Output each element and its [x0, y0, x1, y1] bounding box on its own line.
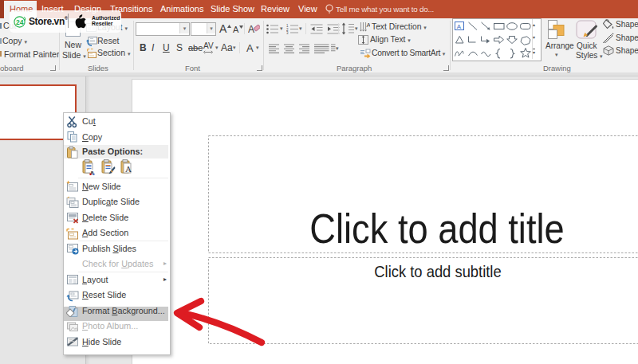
svg-text:A: A [248, 24, 254, 34]
svg-text:A: A [367, 22, 371, 29]
svg-text:24: 24 [16, 18, 24, 26]
svg-text:3: 3 [286, 31, 289, 34]
svg-text:A: A [457, 23, 462, 30]
svg-text:A: A [125, 164, 132, 174]
